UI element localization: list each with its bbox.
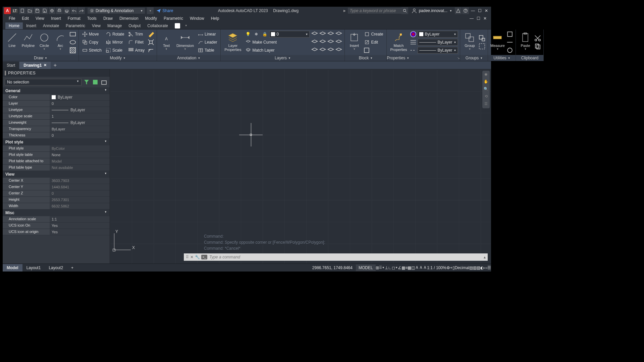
layout-tab-1[interactable]: Layout1: [22, 264, 45, 272]
layer-icon-6[interactable]: [319, 39, 326, 46]
nav-orbit-icon[interactable]: ⟲: [483, 94, 489, 100]
explode-icon[interactable]: [147, 39, 155, 46]
vp-icon[interactable]: ▯: [452, 265, 455, 270]
quickselect-icon[interactable]: [83, 79, 90, 85]
group-button[interactable]: Group▼: [462, 32, 477, 53]
menu-insert[interactable]: Insert: [48, 16, 64, 21]
command-line[interactable]: ⠿✕🔧 >_ ▴: [184, 253, 488, 261]
anno-icon[interactable]: Ａ: [415, 265, 419, 270]
layer-icon-8[interactable]: [335, 39, 342, 46]
circle-button[interactable]: Circle▼: [37, 32, 52, 53]
tab-drawing1[interactable]: Drawing1✕: [19, 62, 51, 69]
saveas-icon[interactable]: [41, 7, 48, 14]
ribbon-tab-view[interactable]: View: [89, 22, 104, 29]
cmd-customize-icon[interactable]: 🔧: [195, 255, 200, 259]
lwt-icon[interactable]: ▦: [401, 265, 405, 270]
linear-button[interactable]: Linear: [197, 31, 218, 38]
section-general[interactable]: General▼: [3, 87, 110, 94]
maximize-button[interactable]: ☐: [476, 7, 483, 14]
nav-menu-icon[interactable]: ☰: [483, 102, 489, 107]
copy-button[interactable]: Copy: [81, 39, 103, 46]
copy-clip-icon[interactable]: [534, 43, 541, 50]
polar-icon[interactable]: ∟: [388, 265, 392, 270]
block-attr-icon[interactable]: [363, 47, 370, 54]
ribbon-tab-parametric[interactable]: Parametric: [62, 22, 89, 29]
transparency-icon[interactable]: ≡: [405, 265, 408, 270]
text-button[interactable]: AText▼: [159, 32, 174, 53]
move-button[interactable]: Move: [81, 31, 103, 38]
tab-start[interactable]: Start: [3, 62, 19, 69]
plot-icon[interactable]: [56, 7, 63, 14]
add-tab-button[interactable]: +: [51, 62, 59, 68]
layer-icon-12[interactable]: [335, 47, 342, 54]
anno3-icon[interactable]: Ａ: [423, 265, 427, 270]
undo-icon[interactable]: [71, 7, 77, 14]
ortho-icon[interactable]: ⊥: [385, 265, 388, 270]
status-menu-2[interactable]: ▼: [395, 266, 398, 269]
nav-zoom-icon[interactable]: 🔍: [483, 87, 489, 92]
command-input[interactable]: [209, 255, 484, 259]
ribbon-tab-home[interactable]: Home: [5, 22, 23, 29]
layer-icon-5[interactable]: [311, 39, 318, 46]
gear-status-icon[interactable]: ⚙: [446, 265, 450, 270]
edit-block-button[interactable]: Edit: [363, 39, 384, 46]
arc-button[interactable]: Arc▼: [53, 32, 68, 53]
minimize-button[interactable]: —: [470, 7, 476, 14]
scale-button[interactable]: Scale: [104, 47, 125, 54]
grid-icon[interactable]: ⊞: [376, 265, 379, 270]
nav-pan-icon[interactable]: ✋: [483, 79, 489, 85]
layer-icon-9[interactable]: [311, 47, 318, 54]
menu-format[interactable]: Format: [64, 16, 84, 21]
print-icon[interactable]: [63, 7, 70, 14]
lineweight-icon[interactable]: [410, 39, 417, 46]
menu-window[interactable]: Window: [186, 16, 208, 21]
match-layer-button[interactable]: Match Layer: [244, 47, 310, 54]
layer-icon-1[interactable]: [311, 31, 318, 38]
plus-status-icon[interactable]: +: [450, 265, 452, 270]
layer-icon-4[interactable]: [335, 31, 342, 38]
layer-dropdown[interactable]: 0▼: [269, 31, 310, 38]
snap-icon[interactable]: ⠿: [379, 265, 382, 270]
selectobjects-icon[interactable]: [100, 79, 108, 85]
group-edit-icon[interactable]: [478, 43, 486, 50]
color-dropdown[interactable]: ByLayer▼: [418, 31, 458, 38]
linetype-icon[interactable]: [410, 47, 417, 54]
doc-maximize-button[interactable]: ☐: [475, 15, 482, 22]
open-icon[interactable]: [26, 7, 33, 14]
layer-properties-button[interactable]: Layer Properties: [223, 32, 243, 53]
util-icon-2[interactable]: [506, 39, 514, 46]
ribbon-tab-annotate[interactable]: Annotate: [40, 22, 62, 29]
ribbon-tab-insert[interactable]: Insert: [23, 22, 40, 29]
new-icon[interactable]: [19, 7, 26, 14]
ellipse-icon[interactable]: [69, 39, 76, 46]
search-icon[interactable]: [401, 7, 408, 14]
layer-icon-11[interactable]: [327, 47, 334, 54]
layer-icon-10[interactable]: [319, 47, 326, 54]
customize-status-icon[interactable]: ☰: [487, 265, 491, 270]
layer-bulb-icon[interactable]: 💡: [244, 31, 252, 38]
menu-edit[interactable]: Edit: [18, 16, 32, 21]
mirror-button[interactable]: Mirror: [104, 39, 125, 46]
rotate-button[interactable]: Rotate: [104, 31, 125, 38]
section-misc[interactable]: Misc▼: [3, 209, 110, 216]
cut-icon[interactable]: [534, 35, 541, 42]
share-button[interactable]: Share: [156, 8, 173, 13]
ribbon-tab-collaborate[interactable]: Collaborate: [144, 22, 171, 29]
dimension-button[interactable]: Dimension▼: [175, 32, 195, 53]
web-icon[interactable]: [49, 7, 55, 14]
lineweight-dropdown[interactable]: ByLayer▼: [418, 39, 458, 46]
layer-icon-2[interactable]: [319, 31, 326, 38]
rectangle-icon[interactable]: [69, 31, 76, 38]
layout-tab-2[interactable]: Layout2: [45, 264, 67, 272]
array-button[interactable]: Array: [127, 47, 146, 54]
erase-icon[interactable]: [147, 31, 155, 38]
layer-icon-7[interactable]: [327, 39, 334, 46]
measure-button[interactable]: Measure▼: [490, 32, 505, 53]
ribbon-tab-manage[interactable]: Manage: [104, 22, 125, 29]
cmd-recent-icon[interactable]: ▴: [484, 255, 486, 259]
doc-minimize-button[interactable]: —: [468, 15, 475, 22]
stretch-button[interactable]: Stretch: [81, 47, 103, 54]
cycle-icon[interactable]: ▩: [408, 265, 411, 270]
ribbon-tabs-menu[interactable]: ▼: [181, 23, 191, 28]
menu-help[interactable]: Help: [208, 16, 223, 21]
